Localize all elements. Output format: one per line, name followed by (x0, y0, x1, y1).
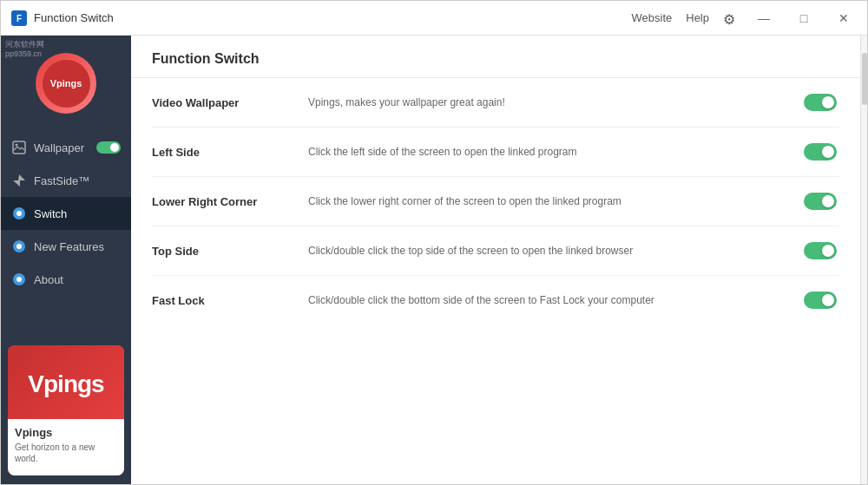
settings-icon[interactable]: ⚙ (723, 11, 737, 25)
feature-description: Click the left side of the screen to ope… (308, 146, 784, 158)
feature-name: Top Side (152, 245, 291, 258)
about-label: About (34, 273, 63, 286)
fastside-label: FastSide™ (34, 174, 89, 187)
feature-row: Top SideClick/double click the top side … (152, 226, 839, 276)
logo-inner: Vpings (43, 60, 90, 108)
main-layout: Vpings 河东软件网pp9359.cn Wallpaper (1, 36, 867, 484)
titlebar-controls: Website Help ⚙ — □ ✕ (632, 5, 857, 31)
switch-label: Switch (34, 207, 67, 220)
close-button[interactable]: ✕ (831, 5, 857, 31)
feature-row: Left SideClick the left side of the scre… (152, 128, 839, 177)
promo-brand-text: Vpings (28, 370, 103, 398)
sidebar-item-new-features[interactable]: New Features (1, 230, 131, 263)
content-area: Function Switch Video WallpaperVpings, m… (131, 36, 860, 484)
promo-tagline: Get horizon to a new world. (15, 442, 117, 464)
sidebar: Vpings 河东软件网pp9359.cn Wallpaper (1, 36, 131, 484)
feature-toggle-3[interactable] (804, 242, 837, 259)
scrollbar-thumb[interactable] (862, 53, 867, 105)
toggle-container (801, 193, 839, 210)
sidebar-promo-card: Vpings Vpings Get horizon to a new world… (8, 345, 124, 475)
feature-table: Video WallpaperVpings, makes your wallpa… (131, 78, 860, 484)
feature-name: Left Side (152, 146, 291, 159)
toggle-container (801, 242, 839, 259)
logo-circle: Vpings (36, 53, 96, 114)
promo-brand-bg: Vpings (8, 345, 124, 423)
sidebar-item-switch[interactable]: Switch (1, 197, 131, 230)
svg-point-6 (16, 211, 22, 216)
toggle-container (801, 292, 839, 309)
wallpaper-label: Wallpaper (34, 141, 84, 154)
feature-row: Fast LockClick/double click the bottom s… (152, 276, 839, 324)
titlebar: F Function Switch Website Help ⚙ — □ ✕ (1, 1, 867, 36)
feature-description: Click/double click the top side of the s… (308, 245, 784, 257)
toggle-container (801, 143, 839, 161)
feature-toggle-0[interactable] (804, 94, 837, 111)
sidebar-logo: Vpings 河东软件网pp9359.cn (1, 36, 131, 131)
website-link[interactable]: Website (632, 11, 673, 24)
sidebar-item-about[interactable]: About (1, 263, 131, 296)
sidebar-item-wallpaper[interactable]: Wallpaper (1, 131, 131, 164)
feature-name: Lower Right Corner (152, 195, 291, 208)
content-title: Function Switch (152, 51, 839, 67)
svg-point-8 (16, 244, 22, 249)
feature-name: Video Wallpaper (152, 96, 291, 109)
feature-description: Vpings, makes your wallpaper great again… (308, 96, 784, 108)
wallpaper-toggle[interactable] (96, 141, 121, 154)
minimize-button[interactable]: — (751, 5, 777, 31)
svg-marker-4 (13, 174, 25, 187)
promo-name: Vpings (15, 426, 117, 439)
app-icon: F (11, 10, 27, 26)
wallpaper-icon (11, 140, 27, 155)
about-icon (11, 272, 27, 287)
fastside-icon (11, 173, 27, 188)
feature-name: Fast Lock (152, 294, 291, 307)
sidebar-nav: Wallpaper FastSide™ (1, 131, 131, 337)
feature-description: Click the lower right corner of the scre… (308, 195, 784, 207)
maximize-button[interactable]: □ (791, 5, 817, 31)
svg-text:F: F (16, 14, 22, 23)
feature-row: Lower Right CornerClick the lower right … (152, 177, 839, 226)
svg-point-3 (16, 144, 18, 147)
svg-rect-2 (13, 141, 25, 154)
new-features-icon (11, 239, 27, 254)
feature-toggle-2[interactable] (804, 193, 837, 210)
feature-description: Click/double click the bottom side of th… (308, 294, 784, 306)
content-header: Function Switch (131, 36, 860, 78)
promo-bottom: Vpings Get horizon to a new world. (8, 419, 124, 475)
switch-icon (11, 206, 27, 221)
new-features-label: New Features (34, 240, 104, 253)
watermark: 河东软件网pp9359.cn (5, 40, 44, 59)
scrollbar[interactable] (860, 36, 867, 484)
logo-text: Vpings (50, 78, 82, 88)
sidebar-item-fastside[interactable]: FastSide™ (1, 164, 131, 197)
feature-row: Video WallpaperVpings, makes your wallpa… (152, 78, 839, 128)
svg-point-10 (16, 277, 22, 282)
help-link[interactable]: Help (686, 11, 709, 24)
window-title: Function Switch (34, 11, 632, 24)
feature-toggle-1[interactable] (804, 143, 837, 161)
toggle-container (801, 94, 839, 111)
feature-toggle-4[interactable] (804, 292, 837, 309)
app-window: F Function Switch Website Help ⚙ — □ ✕ V… (0, 0, 868, 485)
